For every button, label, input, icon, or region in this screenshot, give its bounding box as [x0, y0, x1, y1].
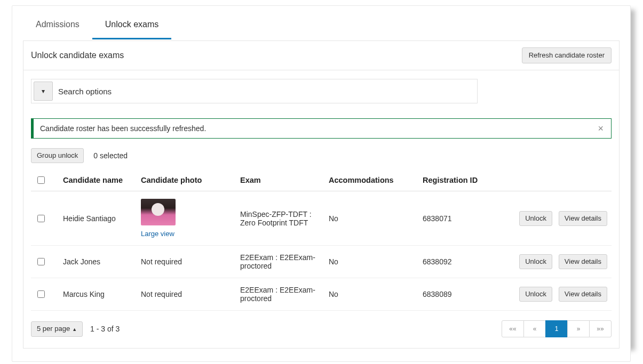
tab-unlock-exams[interactable]: Unlock exams	[92, 12, 171, 39]
cell-accommodations: No	[324, 191, 418, 246]
chevron-down-icon: ▾	[42, 87, 45, 95]
table-footer: 5 per page▲ 1 - 3 of 3 «« « 1 » »»	[31, 320, 612, 337]
view-details-button[interactable]: View details	[559, 287, 607, 302]
success-alert: Candidate roster has been successfully r…	[31, 118, 612, 139]
main-panel: Admissions Unlock exams Unlock candidate…	[12, 5, 631, 362]
section-body: ▾ Search options Candidate roster has be…	[23, 70, 620, 349]
section-title: Unlock candidate exams	[31, 51, 124, 60]
row-checkbox[interactable]	[37, 258, 45, 265]
col-candidate-name: Candidate name	[59, 169, 137, 191]
cell-candidate-photo: Large view	[137, 191, 236, 246]
group-unlock-button[interactable]: Group unlock	[31, 148, 84, 163]
cell-exam: MinSpec-ZFP-TDFT : Zero Footprint TDFT	[236, 191, 324, 246]
close-icon: ×	[598, 123, 604, 134]
cell-exam: E2EExam : E2EExam-proctored	[236, 278, 324, 311]
table-row: Jack Jones Not required E2EExam : E2EExa…	[31, 246, 612, 278]
page-last-button[interactable]: »»	[589, 320, 612, 337]
cell-accommodations: No	[324, 278, 418, 311]
unlock-button[interactable]: Unlock	[519, 254, 552, 269]
per-page-label: 5 per page	[37, 325, 70, 333]
view-details-button[interactable]: View details	[559, 211, 607, 226]
search-options-panel: ▾ Search options	[31, 79, 478, 103]
alert-close-button[interactable]: ×	[590, 123, 611, 134]
cell-registration-id: 6838089	[418, 278, 502, 311]
large-view-link[interactable]: Large view	[141, 230, 174, 238]
cell-registration-id: 6838092	[418, 246, 502, 278]
tabs: Admissions Unlock exams	[23, 6, 620, 39]
table-row: Heidie Santiago Large view MinSpec-ZFP-T…	[31, 191, 612, 246]
cell-registration-id: 6838071	[418, 191, 502, 246]
cell-candidate-photo: Not required	[137, 278, 236, 311]
view-details-button[interactable]: View details	[559, 254, 607, 269]
candidate-table: Candidate name Candidate photo Exam Acco…	[31, 169, 612, 311]
range-label: 1 - 3 of 3	[90, 325, 120, 333]
cell-candidate-name: Jack Jones	[59, 246, 137, 278]
cell-accommodations: No	[324, 246, 418, 278]
unlock-button[interactable]: Unlock	[519, 211, 552, 226]
cell-candidate-photo: Not required	[137, 246, 236, 278]
table-row: Marcus King Not required E2EExam : E2EEx…	[31, 278, 612, 311]
refresh-roster-button[interactable]: Refresh candidate roster	[522, 47, 612, 63]
candidate-photo-thumbnail	[141, 199, 176, 225]
cell-candidate-name: Marcus King	[59, 278, 137, 311]
page-first-button[interactable]: ««	[502, 320, 524, 337]
cell-candidate-name: Heidie Santiago	[59, 191, 137, 246]
row-checkbox[interactable]	[37, 215, 45, 222]
search-options-label: Search options	[58, 87, 112, 96]
page-1-button[interactable]: 1	[545, 320, 568, 337]
search-options-toggle[interactable]: ▾	[34, 82, 53, 101]
section-header: Unlock candidate exams Refresh candidate…	[23, 41, 620, 70]
unlock-button[interactable]: Unlock	[519, 287, 552, 302]
cell-exam: E2EExam : E2EExam-proctored	[236, 246, 324, 278]
selected-count-label: 0 selected	[93, 151, 128, 160]
col-accommodations: Accommodations	[324, 169, 418, 191]
page-next-button[interactable]: »	[567, 320, 590, 337]
bulk-action-row: Group unlock 0 selected	[31, 148, 612, 163]
per-page-selector[interactable]: 5 per page▲	[31, 321, 83, 337]
pagination: «« « 1 » »»	[502, 320, 612, 337]
select-all-checkbox[interactable]	[37, 176, 45, 184]
tab-admissions[interactable]: Admissions	[23, 12, 92, 39]
alert-message: Candidate roster has been successfully r…	[34, 119, 590, 138]
caret-up-icon: ▲	[72, 327, 77, 332]
col-candidate-photo: Candidate photo	[137, 169, 236, 191]
col-registration-id: Registration ID	[418, 169, 502, 191]
col-exam: Exam	[236, 169, 324, 191]
page-prev-button[interactable]: «	[523, 320, 546, 337]
row-checkbox[interactable]	[37, 290, 45, 298]
